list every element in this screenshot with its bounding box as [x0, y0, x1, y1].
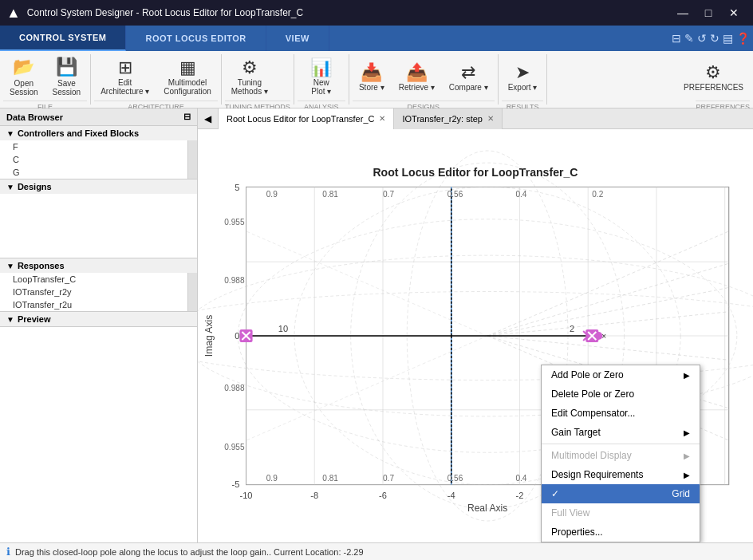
svg-text:Imag Axis: Imag Axis: [203, 315, 215, 357]
title-bar-controls: — □ ✕: [670, 0, 747, 26]
svg-text:-8: -8: [310, 491, 318, 500]
svg-text:×: ×: [601, 332, 606, 341]
multimodel-display-arrow-icon: ▶: [684, 452, 690, 460]
context-menu-delete-pole-zero[interactable]: Delete Pole or Zero: [542, 385, 700, 404]
open-session-button[interactable]: 📂 Open Session: [3, 54, 45, 99]
preferences-icon: ⚙: [705, 62, 721, 83]
context-menu-add-pole-zero[interactable]: Add Pole or Zero ▶: [542, 365, 700, 385]
edit-compensator-label: Edit Compensator...: [551, 408, 635, 419]
designs-collapse-icon: ▼: [6, 183, 14, 191]
plot-area[interactable]: Root Locus Editor for LoopTransfer_C: [198, 129, 753, 542]
plot-tab-prev-btn[interactable]: ◀: [198, 108, 219, 129]
tab-control-system[interactable]: CONTROL SYSTEM: [0, 26, 126, 51]
controllers-items-list: F C G: [0, 140, 197, 179]
svg-text:0.9: 0.9: [266, 474, 278, 483]
response-item-looptransfer[interactable]: LoopTransfer_C: [0, 273, 197, 286]
responses-items-list: LoopTransfer_C IOTransfer_r2y IOTransfer…: [0, 273, 197, 311]
context-menu: Add Pole or Zero ▶ Delete Pole or Zero E…: [541, 365, 700, 542]
ribbon-icon-4[interactable]: ↻: [710, 32, 719, 45]
export-icon: ➤: [515, 62, 530, 83]
ribbon-icon-5[interactable]: ▤: [723, 32, 733, 45]
context-menu-multimodel-display: Multimodel Display ▶: [542, 446, 700, 465]
designs-section-label: Designs: [18, 182, 52, 191]
svg-text:0.81: 0.81: [322, 191, 338, 199]
controllers-section-label: Controllers and Fixed Blocks: [18, 128, 139, 138]
svg-text:0.56: 0.56: [447, 191, 463, 199]
maximize-button[interactable]: □: [696, 0, 721, 26]
compare-button[interactable]: ⇄ Compare ▾: [443, 54, 495, 99]
svg-text:0.7: 0.7: [383, 474, 394, 483]
svg-text:0.955: 0.955: [224, 443, 245, 452]
multimodel-config-icon: ▦: [179, 57, 196, 78]
data-browser-title: Data Browser: [6, 112, 63, 122]
window-title: Control System Designer - Root Locus Edi…: [27, 7, 303, 18]
compare-label: Compare ▾: [449, 83, 488, 92]
plot-tab-root-locus-close[interactable]: ✕: [379, 114, 385, 123]
response-item-iotransfer-r2y[interactable]: IOTransfer_r2y: [0, 286, 197, 298]
context-menu-gain-target[interactable]: Gain Target ▶: [542, 423, 700, 442]
tuning-methods-button[interactable]: ⚙ Tuning Methods ▾: [225, 54, 274, 99]
toolbar: 📂 Open Session 💾 Save Session FILE ⊞ Edi…: [0, 51, 753, 108]
retrieve-icon: 📤: [406, 62, 428, 83]
tab-view[interactable]: VIEW: [266, 26, 329, 51]
plot-tab-row: ◀ Root Locus Editor for LoopTransfer_C ✕…: [198, 108, 753, 129]
svg-text:-6: -6: [379, 491, 387, 500]
open-folder-icon: 📂: [13, 57, 34, 77]
svg-text:0.955: 0.955: [224, 218, 245, 227]
controller-item-G[interactable]: G: [0, 166, 197, 179]
save-session-button[interactable]: 💾 Save Session: [46, 54, 88, 99]
save-session-label: Save Session: [53, 79, 81, 97]
responses-items: LoopTransfer_C IOTransfer_r2y IOTransfer…: [0, 273, 197, 311]
context-menu-separator-1: [542, 444, 700, 444]
status-info-icon: ℹ: [6, 546, 10, 558]
retrieve-button[interactable]: 📤 Retrieve ▾: [392, 54, 441, 99]
responses-scrollbar[interactable]: [187, 273, 197, 311]
new-plot-button[interactable]: 📊 New Plot ▾: [298, 54, 345, 99]
preview-header[interactable]: ▼ Preview: [0, 312, 197, 327]
open-session-label: Open Session: [10, 79, 38, 97]
multimodel-configuration-button[interactable]: ▦ Multimodel Configuration: [157, 54, 217, 99]
edit-architecture-label: Edit Architecture ▾: [101, 78, 149, 96]
data-browser-header: Data Browser ⊟: [0, 108, 197, 126]
context-menu-grid[interactable]: ✓ Grid: [542, 484, 700, 503]
export-button[interactable]: ➤ Export ▾: [502, 54, 544, 99]
data-browser-expand-icon[interactable]: ⊟: [183, 112, 191, 122]
plot-tab-iotransfer[interactable]: IOTransfer_r2y: step ✕: [394, 108, 502, 129]
responses-section-header[interactable]: ▼ Responses: [0, 258, 197, 273]
plot-tab-iotransfer-close[interactable]: ✕: [487, 114, 494, 123]
title-bar: ▲ Control System Designer - Root Locus E…: [0, 0, 753, 26]
designs-section-header[interactable]: ▼ Designs: [0, 179, 197, 194]
preferences-button[interactable]: ⚙ PREFERENCES: [677, 54, 750, 99]
controllers-section-header[interactable]: ▼ Controllers and Fixed Blocks: [0, 126, 197, 140]
edit-architecture-button[interactable]: ⊞ Edit Architecture ▾: [94, 54, 156, 99]
controller-item-F[interactable]: F: [0, 140, 197, 153]
context-menu-edit-compensator[interactable]: Edit Compensator...: [542, 404, 700, 423]
ribbon-icon-2[interactable]: ✎: [684, 32, 694, 45]
store-button[interactable]: 📥 Store ▾: [353, 54, 391, 99]
minimize-button[interactable]: —: [670, 0, 696, 26]
svg-text:0.2: 0.2: [592, 191, 603, 199]
ribbon-icon-6[interactable]: ❓: [736, 32, 750, 45]
context-menu-design-requirements[interactable]: Design Requirements ▶: [542, 465, 700, 484]
plot-tab-root-locus[interactable]: Root Locus Editor for LoopTransfer_C ✕: [219, 108, 394, 129]
ribbon-icon-3[interactable]: ↺: [697, 32, 707, 45]
export-label: Export ▾: [508, 83, 538, 92]
design-requirements-arrow-icon: ▶: [684, 471, 690, 479]
controller-item-C[interactable]: C: [0, 153, 197, 166]
ribbon-icon-1[interactable]: ⊟: [672, 32, 681, 45]
tab-root-locus-editor[interactable]: ROOT LOCUS EDITOR: [126, 26, 266, 51]
new-plot-label: New Plot ▾: [311, 78, 331, 96]
svg-text:-2: -2: [516, 491, 524, 500]
responses-section-label: Responses: [18, 261, 65, 270]
delete-pole-zero-label: Delete Pole or Zero: [551, 388, 634, 400]
svg-text:-4: -4: [447, 491, 455, 500]
close-button[interactable]: ✕: [721, 0, 747, 26]
svg-text:Real Axis: Real Axis: [467, 503, 507, 514]
context-menu-properties[interactable]: Properties...: [542, 523, 700, 542]
store-label: Store ▾: [359, 83, 384, 92]
response-item-iotransfer-r2u[interactable]: IOTransfer_r2u: [0, 298, 197, 311]
plot-tab-iotransfer-label: IOTransfer_r2y: step: [402, 114, 482, 124]
svg-text:0: 0: [235, 331, 239, 341]
controllers-scrollbar[interactable]: [187, 140, 197, 179]
svg-text:0.988: 0.988: [224, 384, 245, 392]
